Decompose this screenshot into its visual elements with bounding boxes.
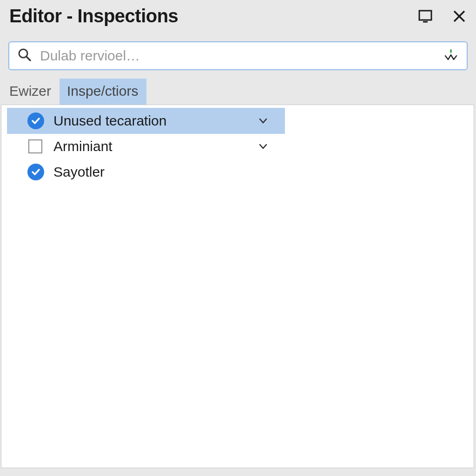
tabs: Ewizer Inspe/ctiors: [0, 74, 476, 105]
checkmark-icon[interactable]: [27, 112, 44, 129]
search-wrapper: [0, 35, 476, 74]
svg-line-5: [26, 57, 30, 60]
checkbox-empty[interactable]: [28, 139, 42, 153]
tab-inspections[interactable]: Inspe/ctiors: [60, 79, 146, 105]
list-item-arminiant[interactable]: Arminiant: [7, 134, 285, 159]
list-item-label: Arminiant: [53, 139, 249, 154]
search-icon: [18, 48, 32, 64]
filter-icon[interactable]: [443, 48, 458, 63]
list-item-label: Sayotler: [53, 164, 278, 180]
content-panel: Unused tecaration Arminiant Sa: [1, 105, 474, 468]
monitor-icon[interactable]: [418, 9, 432, 23]
list-item-unused-tecaration[interactable]: Unused tecaration: [7, 108, 285, 134]
svg-rect-6: [450, 49, 452, 53]
window-title: Editor - Inspections: [9, 6, 178, 26]
list-item-sayotler[interactable]: Sayotler: [7, 159, 285, 185]
chevron-down-icon[interactable]: [258, 116, 268, 126]
close-icon[interactable]: [453, 10, 466, 23]
search-box[interactable]: [8, 41, 468, 70]
tab-ewizer[interactable]: Ewizer: [7, 79, 60, 105]
checkmark-icon[interactable]: [27, 164, 44, 180]
search-input[interactable]: [40, 48, 435, 64]
titlebar: Editor - Inspections: [0, 0, 476, 35]
inspections-list: Unused tecaration Arminiant Sa: [1, 105, 474, 185]
chevron-down-icon[interactable]: [258, 141, 268, 152]
titlebar-controls: [418, 9, 466, 23]
list-item-label: Unused tecaration: [53, 113, 249, 129]
svg-rect-0: [419, 11, 431, 20]
